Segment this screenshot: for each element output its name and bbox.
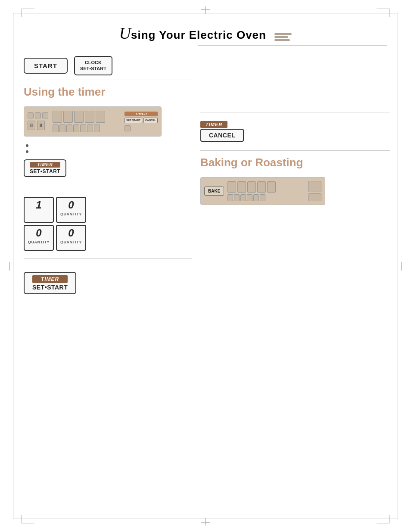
crosshair-right-h <box>397 266 405 266</box>
bake-bd-1 <box>227 181 236 193</box>
panel-left: 8 8 <box>28 112 48 130</box>
crosshair-left-v <box>9 262 10 271</box>
timer-large-top: TIMER <box>32 275 68 283</box>
top-button-group: START CLOCK SET•START <box>24 56 192 75</box>
bake-left: BAKE <box>204 187 224 196</box>
bake-bd-4 <box>257 181 266 193</box>
bake-button[interactable]: BAKE <box>204 187 224 196</box>
num-box-2[interactable]: 0 QUANTITY <box>56 197 86 223</box>
digit-1: 8 <box>28 121 35 130</box>
num-value-2: 0 <box>68 200 74 210</box>
bake-sm-1 <box>227 194 233 201</box>
panel-cancel-btn[interactable]: CANCEL <box>143 118 158 123</box>
divider-2 <box>24 188 192 188</box>
page-border-right <box>398 13 398 519</box>
page-border-top <box>13 13 398 13</box>
panel-small-digits <box>53 124 122 132</box>
digit-2: 8 <box>37 121 45 130</box>
timer-large-button[interactable]: TIMER SET•START <box>24 272 76 294</box>
big-d-5 <box>96 111 105 123</box>
panel-digit-group: 8 8 <box>28 121 48 130</box>
page-border-bottom <box>13 519 398 519</box>
tick-br-v <box>389 515 389 523</box>
panel-set-start-btn[interactable]: SET START <box>125 118 142 123</box>
tick-tr-h <box>377 9 389 9</box>
big-d-3 <box>74 111 84 123</box>
sm-d-5 <box>80 124 86 132</box>
logo-line-1 <box>274 33 292 35</box>
bake-sm-5 <box>253 194 259 201</box>
start-button[interactable]: START <box>24 58 68 74</box>
tick-tl-v <box>22 9 22 17</box>
bake-pr-1 <box>308 181 321 192</box>
crosshair-top-h <box>201 9 210 10</box>
timer-large-section: TIMER SET•START <box>24 268 192 294</box>
panel-sq-1 <box>28 112 34 118</box>
timer-setstart-button[interactable]: TIMER SET•START <box>24 159 66 177</box>
oven-panel-bake: BAKE <box>200 177 325 205</box>
page-header: Using Your Electric Oven <box>0 24 411 43</box>
panel-big-digits <box>53 111 122 123</box>
sm-d-4 <box>73 124 79 132</box>
panel-sq-right <box>125 125 131 131</box>
timer-large-bottom: SET•START <box>32 284 68 291</box>
timer-cancel-group: TIMER CANCEL <box>200 121 390 142</box>
right-column: TIMER CANCEL Baking or Roasting BAKE <box>200 52 390 205</box>
num-box-3[interactable]: 0 QUANTITY <box>24 225 54 251</box>
bake-panel-right <box>308 181 321 201</box>
cancel-button[interactable]: CANCEL <box>200 129 244 142</box>
big-d-4 <box>85 111 94 123</box>
bake-big-digits <box>227 181 306 193</box>
logo-line-2 <box>274 36 288 38</box>
bake-sm-2 <box>234 194 240 201</box>
bake-pr-2 <box>308 193 321 201</box>
bake-sm-3 <box>240 194 246 201</box>
num-label-4: QUANTITY <box>60 240 82 244</box>
timer-setstart-bottom: SET•START <box>30 168 60 174</box>
num-label-2: QUANTITY <box>60 212 82 216</box>
sm-d-2 <box>59 124 65 132</box>
page-border-left <box>13 13 13 519</box>
crosshair-top-v <box>205 6 206 14</box>
big-d-2 <box>63 111 73 123</box>
num-value-1: 1 <box>36 200 41 210</box>
cursive-u: U <box>119 24 131 42</box>
timer-setstart-top: TIMER <box>30 162 60 168</box>
tick-tl-h <box>22 9 34 9</box>
logo-lines <box>274 33 292 41</box>
tick-bl-h <box>22 523 34 523</box>
panel-small-squares <box>28 112 48 118</box>
crosshair-right-v <box>401 262 402 271</box>
bullet-item-1 <box>26 144 192 147</box>
num-value-3: 0 <box>36 228 41 238</box>
bake-bd-3 <box>247 181 256 193</box>
big-d-1 <box>53 111 62 123</box>
tick-tr-v <box>389 9 389 17</box>
clock-line2: SET•START <box>80 65 106 72</box>
panel-sq-2 <box>35 112 41 118</box>
number-inputs-section: 1 0 QUANTITY 0 QUANTITY 0 QUANTITY <box>24 197 192 251</box>
sm-d-3 <box>66 124 72 132</box>
sm-d-7 <box>94 124 100 132</box>
num-box-4[interactable]: 0 QUANTITY <box>56 225 86 251</box>
bake-sm-6 <box>260 194 265 201</box>
timer-cancel-label: TIMER <box>200 121 227 128</box>
panel-timer-label: TIMER <box>125 112 158 116</box>
right-divider-1 <box>200 112 390 112</box>
crosshair-bot-h <box>201 522 210 523</box>
page-title: Using Your Electric Oven <box>119 33 292 40</box>
number-inputs-grid: 1 0 QUANTITY 0 QUANTITY 0 QUANTITY <box>24 197 192 251</box>
bake-bd-5 <box>267 181 276 193</box>
divider-1 <box>24 80 192 80</box>
num-box-1[interactable]: 1 <box>24 197 54 223</box>
bake-bd-2 <box>237 181 246 193</box>
sm-d-1 <box>53 124 59 132</box>
clock-set-start-button[interactable]: CLOCK SET•START <box>74 56 112 75</box>
bullet-dot-1 <box>26 144 28 147</box>
num-value-4: 0 <box>68 228 74 238</box>
oven-panel-timer: 8 8 TIMER <box>24 106 162 137</box>
brand-logo <box>274 33 292 41</box>
right-divider-2 <box>200 150 390 151</box>
crosshair-left-h <box>6 266 14 266</box>
tick-bl-v <box>22 515 22 523</box>
